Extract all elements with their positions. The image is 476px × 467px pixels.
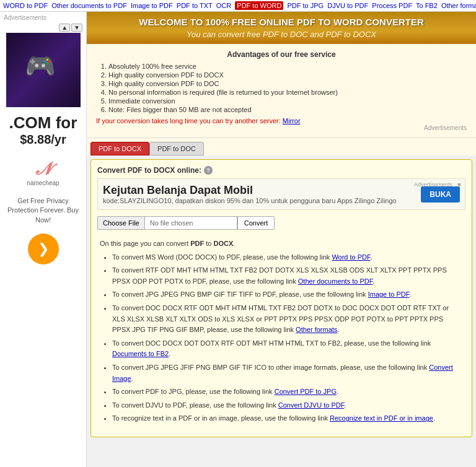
adv-item-3: High quality conversion PDF to DOC: [108, 80, 467, 87]
help-icon[interactable]: ?: [204, 166, 213, 175]
adv-item-4: No personal information is required (fil…: [108, 89, 467, 96]
advantages-ad-label: Advertisements: [96, 124, 467, 131]
panel-ad-text-area: Kejutan Belanja Dapat Mobil kode:SLAYZIL…: [103, 184, 415, 204]
panel-ad-sub: kode:SLAYZILINGO10, dapatkan diskon 95% …: [103, 197, 415, 204]
link-pdf-to-jpg[interactable]: Convert PDF to JPG: [275, 388, 337, 395]
bullet-other-formats: To convert DOC DOCX RTF ODT MHT HTM HTML…: [112, 303, 463, 336]
info-text-section: On this page you can convert PDF to DOCX…: [97, 235, 465, 430]
nav-ocr[interactable]: OCR: [216, 2, 231, 9]
nav-image-to-pdf[interactable]: Image to PDF: [131, 2, 173, 9]
sidebar-up-control[interactable]: ▲: [59, 24, 70, 32]
nav-djvu-to-pdf[interactable]: DJVU to PDF: [327, 2, 368, 9]
link-other-docs[interactable]: Other documents to PDF: [298, 277, 372, 285]
hero-banner: WELCOME TO 100% FREE ONLINE PDF TO WORD …: [87, 12, 476, 44]
mirror-note-text: If your conversion takes long time you c…: [96, 117, 281, 124]
bullet-convert-image: To convert JPG JPEG JFIF PNG BMP GIF TIF…: [112, 362, 463, 384]
info-intro: On this page you can convert PDF to DOCX…: [100, 238, 463, 250]
sidebar: Advertisements ▲ ▼ .COM for $8.88/yr 𝒩 n…: [0, 12, 87, 467]
bullet-djvu-to-pdf: To convert DJVU to PDF, please, use the …: [112, 400, 463, 411]
bullet-pdf-to-jpg: To convert PDF to JPG, please, use the f…: [112, 386, 463, 398]
sidebar-price-text: $8.88/yr: [5, 133, 81, 147]
link-convert-image[interactable]: Convert Image: [112, 364, 453, 382]
top-navigation: WORD to PDF Other documents to PDF Image…: [0, 0, 476, 12]
link-word-to-pdf[interactable]: Word to PDF: [332, 253, 370, 261]
nav-process-pdf[interactable]: Process PDF: [372, 2, 412, 9]
mirror-link[interactable]: Mirror: [283, 117, 301, 124]
main-layout: Advertisements ▲ ▼ .COM for $8.88/yr 𝒩 n…: [0, 12, 476, 467]
nav-pdf-to-word[interactable]: PDF to WORD: [235, 1, 283, 10]
link-to-fb2[interactable]: Documents to FB2: [112, 350, 169, 357]
bullet-word-to-pdf: To convert MS Word (DOC DOCX) to PDF, pl…: [112, 252, 463, 263]
panel-ad-controls[interactable]: ▼: [456, 181, 462, 188]
adv-item-2: High quality conversion PDF to DOCX: [108, 71, 467, 79]
adv-item-1: Absolutely 100% free service: [108, 63, 467, 70]
content-area: WELCOME TO 100% FREE ONLINE PDF TO WORD …: [87, 12, 476, 467]
panel-ad-button[interactable]: BUKA: [421, 186, 460, 203]
nc-icon: 𝒩: [6, 159, 80, 180]
sidebar-ad-label: Advertisements: [0, 12, 86, 24]
arrow-icon: ❯: [38, 241, 49, 257]
bullet-other-docs: To convert RTF ODT MHT HTM HTML TXT FB2 …: [112, 265, 463, 287]
tab-pdf-to-docx[interactable]: PDF to DOCX: [90, 142, 149, 155]
nav-pdf-to-jpg[interactable]: PDF to JPG: [287, 2, 324, 9]
panel-ad-brand: Kejutan Belanja Dapat Mobil: [103, 184, 415, 197]
sidebar-namecheap-logo: 𝒩 namecheap: [0, 153, 86, 193]
nav-pdf-to-txt[interactable]: PDF to TXT: [177, 2, 213, 9]
link-djvu-to-pdf[interactable]: Convert DJVU to PDF: [278, 401, 344, 409]
tab-pdf-to-doc[interactable]: PDF to DOC: [149, 142, 204, 155]
tab-bar: PDF to DOCX PDF to DOC: [87, 138, 476, 155]
link-image-to-pdf[interactable]: Image to PDF: [368, 290, 410, 298]
nav-other-docs-to-pdf[interactable]: Other documents to PDF: [51, 2, 127, 9]
bullet-image-to-pdf: To convert JPG JPEG PNG BMP GIF TIF TIFF…: [112, 289, 463, 300]
hero-subtitle: You can convert free PDF to DOC and PDF …: [93, 30, 470, 39]
convert-panel: Convert PDF to DOCX online: ? Advertisem…: [90, 159, 472, 437]
mirror-note: If your conversion takes long time you c…: [96, 117, 467, 124]
adv-item-5: Immediate conversion: [108, 97, 467, 105]
nav-other-formats[interactable]: Other formats: [441, 2, 476, 9]
choose-file-button[interactable]: Choose File: [97, 216, 144, 230]
panel-advertisement: Advertisements ▼ Kejutan Belanja Dapat M…: [97, 178, 465, 210]
convert-panel-title-text: Convert PDF to DOCX online:: [97, 166, 201, 175]
advantages-list: Absolutely 100% free service High qualit…: [108, 63, 467, 113]
advantages-title: Advantages of our free service: [96, 50, 467, 59]
file-name-display: No file chosen: [144, 216, 237, 230]
sidebar-arrow-button[interactable]: ❯: [28, 234, 59, 264]
hero-title: WELCOME TO 100% FREE ONLINE PDF TO WORD …: [93, 17, 470, 27]
convert-button[interactable]: Convert: [237, 216, 275, 230]
bullet-to-fb2: To convert DOC DOCX DOT DOTX RTF ODT MHT…: [112, 338, 463, 360]
adv-item-6: Note: Files bigger than 50 MB are not ac…: [108, 106, 467, 113]
info-bullets-list: To convert MS Word (DOC DOCX) to PDF, pl…: [112, 252, 463, 424]
bullet-recognize-text: To recognize text in a PDF or in an imag…: [112, 413, 463, 424]
advantages-section: Advantages of our free service Absolutel…: [87, 44, 476, 138]
sidebar-ad-graphic: [6, 33, 81, 107]
sidebar-text-ad: .COM for $8.88/yr: [0, 107, 86, 153]
convert-panel-title: Convert PDF to DOCX online: ?: [97, 166, 465, 175]
nav-to-fb2[interactable]: To FB2: [416, 2, 438, 9]
sidebar-com-text: .COM for: [5, 113, 81, 133]
nav-word-to-pdf[interactable]: WORD to PDF: [3, 2, 48, 9]
sidebar-ad-image: [6, 33, 81, 107]
sidebar-privacy-text: Get Free Privacy Protection Forever. Buy…: [0, 193, 86, 229]
panel-ad-label: Advertisements: [414, 181, 452, 188]
sidebar-down-control[interactable]: ▼: [71, 24, 82, 32]
file-chooser-row: Choose File No file chosen Convert: [97, 216, 465, 230]
link-other-formats[interactable]: Other formats: [296, 326, 337, 333]
link-recognize-text[interactable]: Recognize text in PDF or in image: [330, 414, 433, 422]
nc-brand: namecheap: [6, 180, 80, 186]
